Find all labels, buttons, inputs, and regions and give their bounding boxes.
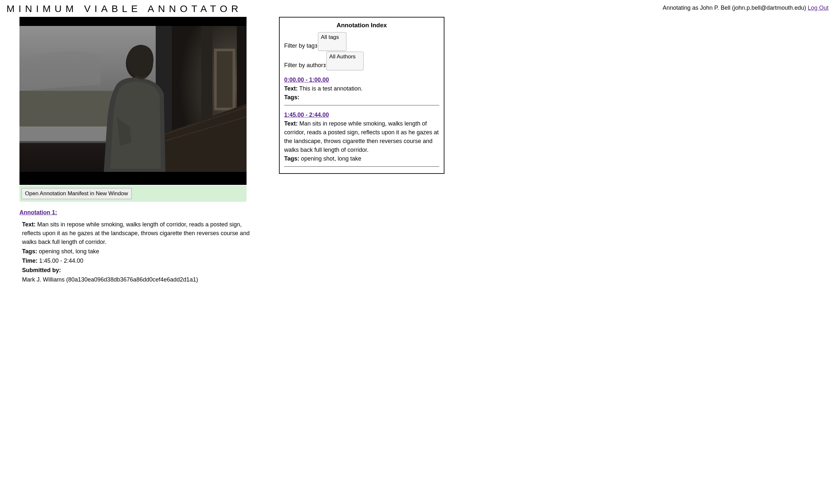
detail-submitted-by-label: Submitted by: xyxy=(22,267,61,273)
video-frame xyxy=(19,26,247,172)
detail-time-label: Time: xyxy=(22,257,38,264)
detail-submitted-by-value: Mark J. Williams (80a130ea096d38db3676a8… xyxy=(22,276,198,283)
logout-link[interactable]: Log Out xyxy=(808,4,829,11)
detail-text-label: Text: xyxy=(22,221,36,228)
index-item-tags-label: Tags: xyxy=(284,94,300,101)
annotation-detail-title-link[interactable]: Annotation 1: xyxy=(19,209,57,216)
filter-author-label: Filter by author: xyxy=(284,62,325,68)
filter-tag-label: Filter by tag: xyxy=(284,42,316,49)
annotation-index-panel: Annotation Index Filter by tag: All tags… xyxy=(279,17,444,174)
index-item-text-value: This is a test annotation. xyxy=(299,85,362,92)
index-item-text-label: Text: xyxy=(284,120,298,127)
user-info: Annotating as John P. Bell (john.p.bell@… xyxy=(663,3,829,12)
svg-rect-13 xyxy=(19,26,247,172)
index-item-time-link[interactable]: 0:00.00 - 1:00.00 xyxy=(284,77,329,83)
open-manifest-button[interactable]: Open Annotation Manifest in New Window xyxy=(21,188,132,199)
index-title: Annotation Index xyxy=(284,21,439,30)
user-email: john.p.bell@dartmouth.edu xyxy=(734,4,804,11)
detail-text-value: Man sits in repose while smoking, walks … xyxy=(22,221,249,245)
index-item-time-link[interactable]: 1:45.00 - 2:44.00 xyxy=(284,111,329,118)
manifest-bar: Open Annotation Manifest in New Window xyxy=(19,186,247,202)
filter-author-select[interactable]: All Authors xyxy=(328,53,362,60)
index-item: 1:45.00 - 2:44.00 Text: Man sits in repo… xyxy=(284,111,439,167)
index-item-tags-label: Tags: xyxy=(284,155,300,162)
index-item: 0:00.00 - 1:00.00 Text: This is a test a… xyxy=(284,76,439,105)
index-item-tags-value: opening shot, long take xyxy=(301,155,361,162)
user-name: John P. Bell xyxy=(700,4,731,11)
user-prefix: Annotating as xyxy=(663,4,700,11)
detail-tags-label: Tags: xyxy=(22,248,37,255)
detail-tags-value: opening shot, long take xyxy=(39,248,99,255)
index-item-text-value: Man sits in repose while smoking, walks … xyxy=(284,120,439,153)
filter-tag-select[interactable]: All tags xyxy=(320,34,345,41)
app-title: MINIMUM VIABLE ANNOTATOR xyxy=(6,3,242,14)
video-player[interactable] xyxy=(19,17,247,185)
index-item-text-label: Text: xyxy=(284,85,298,92)
detail-time-value: 1:45.00 - 2:44.00 xyxy=(39,257,83,264)
